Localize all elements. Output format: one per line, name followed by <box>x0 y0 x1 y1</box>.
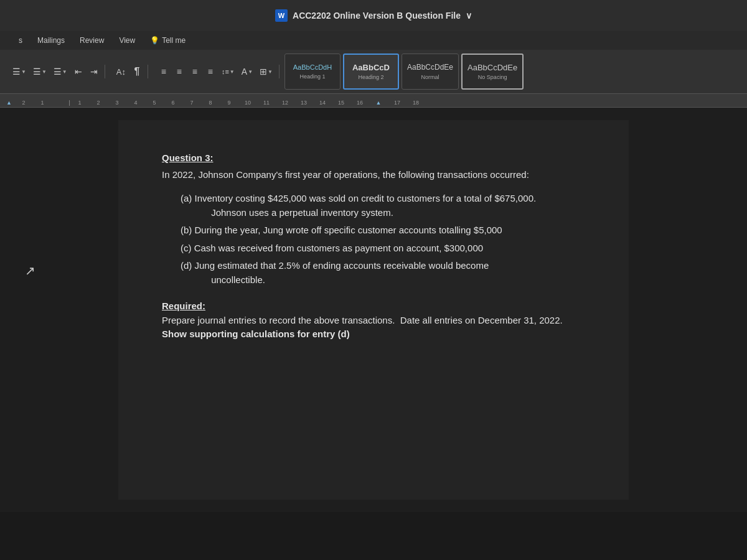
show-formatting-btn[interactable]: ¶ <box>130 65 144 78</box>
multilevel-icon: ☰ <box>54 67 62 77</box>
style-heading2-label: Heading 2 <box>358 74 383 80</box>
styles-group: AaBbCcDdH Heading 1 AaBbCcD Heading 2 Aa… <box>284 54 524 90</box>
list-icon: ☰ <box>12 67 21 77</box>
style-nospacing-preview: AaBbCcDdEe <box>467 63 517 73</box>
justify-icon: ≡ <box>208 67 213 77</box>
decrease-indent-icon: ⇤ <box>75 67 82 77</box>
pilcrow-icon: ¶ <box>134 66 139 77</box>
style-no-spacing[interactable]: AaBbCcDdEe No Spacing <box>461 54 524 90</box>
alignment-group: ≡ ≡ ≡ ≡ ↕≡ ▼ A ▼ ⊞ ▼ <box>153 65 280 78</box>
style-normal-label: Normal <box>421 74 439 80</box>
borders-icon: ⊞ <box>260 67 267 77</box>
ruler: ▲ 2 1 | 1 2 3 4 5 6 7 8 9 10 11 12 13 14… <box>0 94 747 108</box>
style-normal[interactable]: AaBbCcDdEe Normal <box>402 54 459 90</box>
tab-s[interactable]: s <box>12 34 29 47</box>
chevron-down-icon3: ▼ <box>62 69 67 75</box>
sort-group: A↕ ¶ <box>110 65 148 78</box>
justify-btn[interactable]: ≡ <box>204 65 217 78</box>
style-normal-preview: AaBbCcDdEe <box>407 63 453 72</box>
align-left-btn[interactable]: ≡ <box>157 65 171 78</box>
required-heading: Required: <box>162 299 585 314</box>
numbered-list-icon: ☰ <box>33 67 41 77</box>
cursor-arrow: ↗ <box>25 263 35 278</box>
align-right-btn[interactable]: ≡ <box>188 65 202 78</box>
chevron-down-icon5: ▼ <box>248 69 253 75</box>
question-item-c: (c) Cash was received from customers as … <box>181 241 585 256</box>
borders-btn[interactable]: ⊞ ▼ <box>257 65 275 78</box>
style-heading1-label: Heading 1 <box>299 73 325 80</box>
style-nospacing-label: No Spacing <box>478 74 507 80</box>
tab-tell-me[interactable]: 💡 Tell me <box>144 34 192 47</box>
question-item-a: (a) Inventory costing $425,000 was sold … <box>181 192 585 220</box>
question-items: (a) Inventory costing $425,000 was sold … <box>181 192 585 287</box>
document-area: ↗ Question 3: In 2022, Johnson Company's… <box>0 108 747 512</box>
shading-btn[interactable]: A ▼ <box>239 65 255 78</box>
list-numbered-btn[interactable]: ☰ ▼ <box>31 65 49 78</box>
required-section: Required: Prepare journal entries to rec… <box>162 299 585 342</box>
shading-icon: A <box>242 67 247 77</box>
tab-review[interactable]: Review <box>73 34 110 47</box>
increase-indent-btn[interactable]: ⇥ <box>87 65 101 78</box>
required-text: Prepare journal entries to record the ab… <box>162 314 585 342</box>
style-heading2[interactable]: AaBbCcD Heading 2 <box>343 54 399 90</box>
chevron-down-icon2: ▼ <box>42 69 47 75</box>
chevron-down-icon4: ▼ <box>230 69 235 75</box>
line-spacing-icon: ↕≡ <box>222 68 229 75</box>
multilevel-list-btn[interactable]: ☰ ▼ <box>51 65 70 78</box>
document-page[interactable]: Question 3: In 2022, Johnson Company's f… <box>118 120 629 500</box>
document-title: ACC2202 Online Version B Question File <box>293 11 461 21</box>
title-chevron[interactable]: ∨ <box>466 11 472 21</box>
style-heading1[interactable]: AaBbCcDdH Heading 1 <box>284 54 341 90</box>
style-heading1-preview: AaBbCcDdH <box>293 63 332 72</box>
tab-view[interactable]: View <box>113 34 141 47</box>
align-center-icon: ≡ <box>177 67 182 77</box>
list-toolbar-group: ☰ ▼ ☰ ▼ ☰ ▼ ⇤ ⇥ <box>6 65 105 78</box>
chevron-down-icon6: ▼ <box>268 69 273 75</box>
title-bar: W ACC2202 Online Version B Question File… <box>0 0 747 31</box>
align-left-icon: ≡ <box>161 67 166 77</box>
ribbon-toolbar: ☰ ▼ ☰ ▼ ☰ ▼ ⇤ ⇥ A↕ ¶ <box>0 50 747 94</box>
increase-indent-icon: ⇥ <box>90 67 98 77</box>
word-icon: W <box>275 9 288 22</box>
align-center-btn[interactable]: ≡ <box>172 65 186 78</box>
question-item-b: (b) During the year, Jung wrote off spec… <box>181 223 585 238</box>
ribbon-tabs-row: s Mailings Review View 💡 Tell me <box>0 31 747 50</box>
align-right-icon: ≡ <box>192 67 197 77</box>
style-heading2-preview: AaBbCcD <box>352 63 390 73</box>
question-heading: Question 3: <box>162 151 585 166</box>
decrease-indent-btn[interactable]: ⇤ <box>72 65 85 78</box>
line-spacing-btn[interactable]: ↕≡ ▼ <box>219 65 237 78</box>
chevron-down-icon: ▼ <box>21 69 26 75</box>
question-intro: In 2022, Johnson Company's first year of… <box>162 168 585 182</box>
list-bullets-btn[interactable]: ☰ ▼ <box>10 65 29 78</box>
tell-me-icon: 💡 <box>150 36 159 45</box>
tab-mailings[interactable]: Mailings <box>31 34 71 47</box>
sort-btn[interactable]: A↕ <box>114 65 128 78</box>
sort-icon: A↕ <box>116 67 126 77</box>
question-item-d: (d) Jung estimated that 2.5% of ending a… <box>181 259 585 287</box>
